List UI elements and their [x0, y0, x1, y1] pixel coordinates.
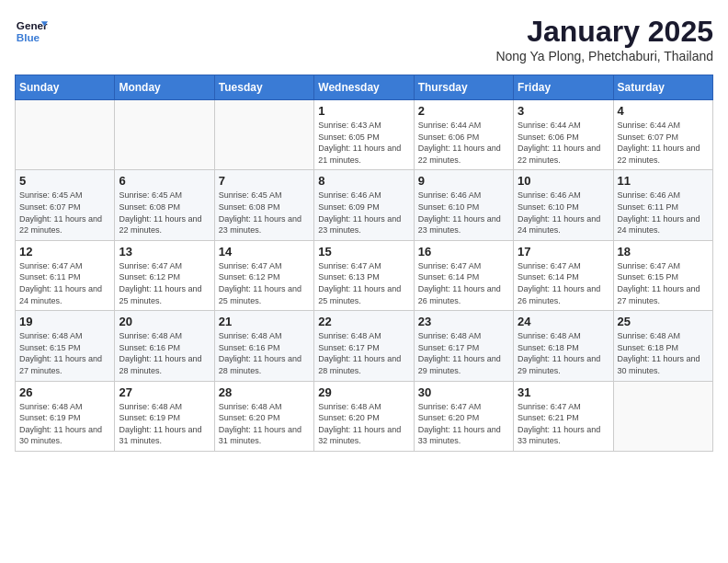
day-number: 8 — [318, 174, 409, 188]
calendar-cell: 27Sunrise: 6:48 AM Sunset: 6:19 PM Dayli… — [115, 381, 214, 451]
calendar-cell: 16Sunrise: 6:47 AM Sunset: 6:14 PM Dayli… — [414, 240, 513, 310]
day-info: Sunrise: 6:48 AM Sunset: 6:19 PM Dayligh… — [119, 401, 210, 447]
day-number: 21 — [219, 315, 310, 328]
calendar-week-row: 19Sunrise: 6:48 AM Sunset: 6:15 PM Dayli… — [16, 311, 713, 381]
day-number: 19 — [19, 315, 110, 328]
day-info: Sunrise: 6:47 AM Sunset: 6:21 PM Dayligh… — [518, 401, 609, 447]
day-number: 7 — [219, 174, 310, 188]
day-info: Sunrise: 6:48 AM Sunset: 6:17 PM Dayligh… — [318, 330, 409, 376]
day-info: Sunrise: 6:46 AM Sunset: 6:10 PM Dayligh… — [418, 190, 509, 236]
day-number: 22 — [318, 315, 409, 328]
calendar-cell: 25Sunrise: 6:48 AM Sunset: 6:18 PM Dayli… — [613, 311, 712, 381]
calendar-cell: 8Sunrise: 6:46 AM Sunset: 6:09 PM Daylig… — [314, 170, 414, 240]
calendar-week-row: 5Sunrise: 6:45 AM Sunset: 6:07 PM Daylig… — [16, 170, 713, 240]
day-info: Sunrise: 6:47 AM Sunset: 6:14 PM Dayligh… — [418, 260, 509, 306]
day-number: 16 — [418, 245, 509, 259]
day-info: Sunrise: 6:48 AM Sunset: 6:18 PM Dayligh… — [518, 330, 609, 376]
day-number: 29 — [318, 385, 409, 399]
day-info: Sunrise: 6:46 AM Sunset: 6:10 PM Dayligh… — [518, 190, 609, 236]
day-number: 10 — [518, 174, 609, 188]
weekday-header-row: SundayMondayTuesdayWednesdayThursdayFrid… — [16, 75, 713, 100]
day-info: Sunrise: 6:44 AM Sunset: 6:06 PM Dayligh… — [518, 120, 609, 166]
day-info: Sunrise: 6:44 AM Sunset: 6:06 PM Dayligh… — [418, 120, 509, 166]
calendar-cell: 28Sunrise: 6:48 AM Sunset: 6:20 PM Dayli… — [214, 381, 313, 451]
calendar-cell: 10Sunrise: 6:46 AM Sunset: 6:10 PM Dayli… — [514, 170, 613, 240]
day-info: Sunrise: 6:44 AM Sunset: 6:07 PM Dayligh… — [618, 120, 709, 166]
calendar-cell: 17Sunrise: 6:47 AM Sunset: 6:14 PM Dayli… — [514, 240, 613, 310]
day-number: 5 — [19, 174, 110, 188]
day-number: 2 — [418, 104, 509, 118]
day-info: Sunrise: 6:48 AM Sunset: 6:17 PM Dayligh… — [418, 330, 509, 376]
calendar-cell: 23Sunrise: 6:48 AM Sunset: 6:17 PM Dayli… — [414, 311, 513, 381]
day-info: Sunrise: 6:45 AM Sunset: 6:07 PM Dayligh… — [19, 190, 110, 236]
day-number: 13 — [119, 245, 210, 259]
day-info: Sunrise: 6:47 AM Sunset: 6:14 PM Dayligh… — [518, 260, 609, 306]
calendar-cell: 3Sunrise: 6:44 AM Sunset: 6:06 PM Daylig… — [514, 100, 613, 170]
day-number: 27 — [119, 385, 210, 399]
calendar-cell — [16, 100, 115, 170]
day-number: 26 — [19, 385, 110, 399]
calendar-cell: 22Sunrise: 6:48 AM Sunset: 6:17 PM Dayli… — [314, 311, 414, 381]
day-info: Sunrise: 6:47 AM Sunset: 6:20 PM Dayligh… — [418, 401, 509, 447]
day-info: Sunrise: 6:45 AM Sunset: 6:08 PM Dayligh… — [119, 190, 210, 236]
day-number: 12 — [19, 245, 110, 259]
calendar-cell — [115, 100, 214, 170]
calendar-cell: 7Sunrise: 6:45 AM Sunset: 6:08 PM Daylig… — [214, 170, 313, 240]
day-info: Sunrise: 6:45 AM Sunset: 6:08 PM Dayligh… — [219, 190, 310, 236]
day-number: 17 — [518, 245, 609, 259]
day-info: Sunrise: 6:48 AM Sunset: 6:19 PM Dayligh… — [19, 401, 110, 447]
day-info: Sunrise: 6:48 AM Sunset: 6:16 PM Dayligh… — [119, 330, 210, 376]
calendar-cell: 14Sunrise: 6:47 AM Sunset: 6:12 PM Dayli… — [214, 240, 313, 310]
calendar-cell: 31Sunrise: 6:47 AM Sunset: 6:21 PM Dayli… — [514, 381, 613, 451]
calendar-week-row: 12Sunrise: 6:47 AM Sunset: 6:11 PM Dayli… — [16, 240, 713, 310]
calendar-week-row: 1Sunrise: 6:43 AM Sunset: 6:05 PM Daylig… — [16, 100, 713, 170]
calendar-cell: 19Sunrise: 6:48 AM Sunset: 6:15 PM Dayli… — [16, 311, 115, 381]
day-info: Sunrise: 6:48 AM Sunset: 6:16 PM Dayligh… — [219, 330, 310, 376]
day-number: 25 — [618, 315, 709, 328]
calendar-cell — [613, 381, 712, 451]
calendar-cell: 6Sunrise: 6:45 AM Sunset: 6:08 PM Daylig… — [115, 170, 214, 240]
day-info: Sunrise: 6:48 AM Sunset: 6:18 PM Dayligh… — [618, 330, 709, 376]
calendar-cell: 30Sunrise: 6:47 AM Sunset: 6:20 PM Dayli… — [414, 381, 513, 451]
calendar-cell: 20Sunrise: 6:48 AM Sunset: 6:16 PM Dayli… — [115, 311, 214, 381]
calendar-cell: 5Sunrise: 6:45 AM Sunset: 6:07 PM Daylig… — [16, 170, 115, 240]
logo-icon: General Blue — [15, 15, 48, 48]
weekday-header-saturday: Saturday — [613, 75, 712, 100]
day-number: 4 — [618, 104, 709, 118]
day-number: 9 — [418, 174, 509, 188]
day-info: Sunrise: 6:47 AM Sunset: 6:13 PM Dayligh… — [318, 260, 409, 306]
weekday-header-monday: Monday — [115, 75, 214, 100]
weekday-header-wednesday: Wednesday — [314, 75, 414, 100]
calendar-cell: 29Sunrise: 6:48 AM Sunset: 6:20 PM Dayli… — [314, 381, 414, 451]
day-number: 30 — [418, 385, 509, 399]
day-number: 1 — [318, 104, 409, 118]
day-info: Sunrise: 6:48 AM Sunset: 6:20 PM Dayligh… — [318, 401, 409, 447]
calendar-cell: 11Sunrise: 6:46 AM Sunset: 6:11 PM Dayli… — [613, 170, 712, 240]
day-info: Sunrise: 6:47 AM Sunset: 6:12 PM Dayligh… — [219, 260, 310, 306]
calendar-week-row: 26Sunrise: 6:48 AM Sunset: 6:19 PM Dayli… — [16, 381, 713, 451]
day-info: Sunrise: 6:47 AM Sunset: 6:11 PM Dayligh… — [19, 260, 110, 306]
day-info: Sunrise: 6:43 AM Sunset: 6:05 PM Dayligh… — [318, 120, 409, 166]
weekday-header-thursday: Thursday — [414, 75, 513, 100]
day-info: Sunrise: 6:47 AM Sunset: 6:12 PM Dayligh… — [119, 260, 210, 306]
svg-text:General: General — [17, 19, 48, 31]
day-number: 23 — [418, 315, 509, 328]
day-info: Sunrise: 6:47 AM Sunset: 6:15 PM Dayligh… — [618, 260, 709, 306]
calendar-cell: 18Sunrise: 6:47 AM Sunset: 6:15 PM Dayli… — [613, 240, 712, 310]
calendar-cell: 1Sunrise: 6:43 AM Sunset: 6:05 PM Daylig… — [314, 100, 414, 170]
calendar-cell — [214, 100, 313, 170]
weekday-header-friday: Friday — [514, 75, 613, 100]
title-block: January 2025 Nong Ya Plong, Phetchaburi,… — [495, 15, 713, 63]
calendar-cell: 12Sunrise: 6:47 AM Sunset: 6:11 PM Dayli… — [16, 240, 115, 310]
calendar-title: January 2025 — [495, 15, 713, 49]
svg-text:Blue: Blue — [17, 31, 40, 43]
calendar-cell: 21Sunrise: 6:48 AM Sunset: 6:16 PM Dayli… — [214, 311, 313, 381]
page-header: General Blue January 2025 Nong Ya Plong,… — [15, 15, 713, 63]
weekday-header-sunday: Sunday — [16, 75, 115, 100]
calendar-cell: 24Sunrise: 6:48 AM Sunset: 6:18 PM Dayli… — [514, 311, 613, 381]
calendar-cell: 2Sunrise: 6:44 AM Sunset: 6:06 PM Daylig… — [414, 100, 513, 170]
calendar-cell: 26Sunrise: 6:48 AM Sunset: 6:19 PM Dayli… — [16, 381, 115, 451]
calendar-cell: 15Sunrise: 6:47 AM Sunset: 6:13 PM Dayli… — [314, 240, 414, 310]
day-number: 24 — [518, 315, 609, 328]
day-number: 20 — [119, 315, 210, 328]
